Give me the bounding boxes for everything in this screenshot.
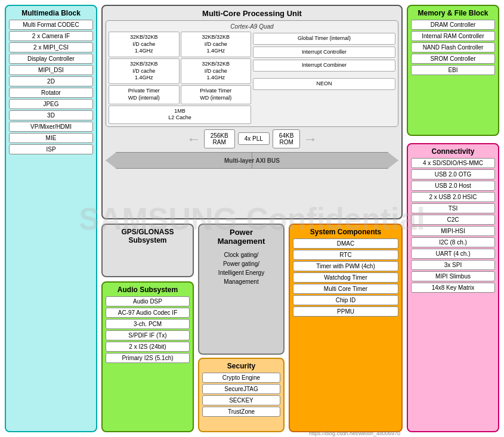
axi-bus-container: Multi-layer AXI BUS	[106, 151, 398, 170]
gps-title: GPS/GLONASSSubsystem	[106, 228, 190, 244]
url-watermark: https://blog.csdn.net/weixin_48006970	[307, 430, 403, 437]
security-block: Security Crypto Engine SecureJTAG SECKEY…	[198, 358, 285, 432]
interrupt-controller: Interrupt Controller	[253, 47, 395, 58]
connectivity-item: USB 2.0 Host	[411, 181, 495, 191]
multimedia-title: Multimedia Block	[9, 9, 93, 17]
connectivity-item: I2C (8 ch.)	[411, 237, 495, 247]
memory-item: SROM Controller	[411, 54, 495, 64]
interrupt-combiner: Interrupt Combiner	[253, 60, 395, 72]
axi-bus-label: Multi-layer AXI BUS	[224, 157, 280, 163]
system-item: Watchdog Timer	[293, 272, 398, 283]
connectivity-item: MIPI-HSI	[411, 226, 495, 236]
multimedia-item: VP/Mixer/HDMI	[9, 122, 93, 132]
core-cell: 32KB/32KBI/D cache1.4GHz	[109, 58, 180, 84]
timer-cell: Private TimerWD (internal)	[109, 85, 180, 104]
memory-item: DRAM Controller	[411, 20, 495, 30]
system-item: RTC	[293, 250, 398, 260]
connectivity-item: TSI	[411, 203, 495, 213]
multimedia-item: MIE	[9, 133, 93, 143]
security-item: SecureJTAG	[202, 384, 280, 394]
connectivity-item: 2 x USB 2.0 HSIC	[411, 192, 495, 202]
audio-item: Primary I2S (5.1ch)	[106, 353, 190, 363]
connectivity-block: Connectivity 4 x SD/SDIO/HS-MMC USB 2.0 …	[407, 143, 499, 432]
security-item: SECKEY	[202, 395, 280, 405]
multimedia-item: MIPI_DSI	[9, 65, 93, 75]
connectivity-item: MIPI Slimbus	[411, 271, 495, 281]
core-cell: 32KB/32KBI/D cache1.4GHz	[109, 32, 180, 57]
multimedia-item: Rotator	[9, 88, 93, 98]
security-title: Security	[202, 362, 280, 370]
power-title: PowerManagement	[202, 228, 280, 246]
memory-item: Internal RAM Controller	[411, 31, 495, 41]
multimedia-item: 2D	[9, 76, 93, 86]
multimedia-item: Display Controller	[9, 54, 93, 64]
connectivity-title: Connectivity	[411, 147, 495, 156]
processing-block: Multi-Core Processing Unit Cortex-A9 Qua…	[101, 5, 403, 219]
memory-item: EBI	[411, 65, 495, 75]
system-item: Timer with PWM (4ch)	[293, 261, 398, 271]
cortex-wrapper: Cortex-A9 Quad 32KB/32KBI/D cache1.4GHz …	[106, 20, 398, 127]
global-timer: Global Timer (internal)	[253, 33, 395, 45]
system-item: Multi Core Timer	[293, 284, 398, 294]
processing-title: Multi-Core Processing Unit	[106, 9, 398, 18]
audio-item: 2 x I2S (24bit)	[106, 342, 190, 352]
multimedia-item: ISP	[9, 144, 93, 154]
rom-box: 64KBROM	[273, 129, 300, 148]
multimedia-item: 2 x Camera IF	[9, 31, 93, 41]
audio-item: AC-97 Audio Codec IF	[106, 308, 190, 318]
connectivity-item: UART (4 ch.)	[411, 249, 495, 259]
audio-block: Audio Subsystem Audio DSP AC-97 Audio Co…	[101, 281, 194, 432]
arrow-right-icon: →	[303, 131, 317, 147]
connectivity-item: USB 2.0 OTG	[411, 169, 495, 179]
system-item: DMAC	[293, 238, 398, 249]
connectivity-item: 3x SPI	[411, 260, 495, 270]
multimedia-block: Multimedia Block Multi Format CODEC 2 x …	[5, 5, 97, 432]
arrow-left-icon: ←	[187, 131, 201, 147]
connectivity-item: 4 x SD/SDIO/HS-MMC	[411, 158, 495, 168]
core-cell: 32KB/32KBI/D cache1.4GHz	[181, 58, 252, 84]
cores-right: Global Timer (internal) Interrupt Contro…	[253, 32, 395, 124]
memory-block: Memory & File Block DRAM Controller Inte…	[407, 5, 499, 136]
gps-block: GPS/GLONASSSubsystem	[101, 224, 194, 277]
neon: NEON	[253, 78, 395, 90]
audio-item: S/PDIF IF (Tx)	[106, 330, 190, 340]
system-block: System Components DMAC RTC Timer with PW…	[289, 224, 403, 432]
multimedia-item: 2 x MIPI_CSI	[9, 42, 93, 52]
audio-title: Audio Subsystem	[106, 286, 190, 294]
ram-box: 256KBRAM	[204, 129, 235, 148]
security-item: Crypto Engine	[202, 373, 280, 383]
security-item: TrustZone	[202, 407, 280, 417]
timer-cell: Private TimerWD (internal)	[181, 85, 252, 104]
power-block: PowerManagement Clock gating/Power gatin…	[198, 224, 285, 355]
multimedia-items: Multi Format CODEC 2 x Camera IF 2 x MIP…	[9, 20, 93, 154]
connectivity-item: 14x8 Key Matrix	[411, 283, 495, 293]
system-item: Chip ID	[293, 295, 398, 305]
page: SAMSUNG Confidential Multimedia Block Mu…	[0, 0, 504, 437]
core-grid: 32KB/32KBI/D cache1.4GHz 32KB/32KBI/D ca…	[109, 32, 251, 84]
cortex-label: Cortex-A9 Quad	[109, 23, 395, 30]
multimedia-item: JPEG	[9, 99, 93, 109]
audio-item: 3-ch. PCM	[106, 319, 190, 329]
l2-cache: 1MBL2 Cache	[109, 106, 251, 124]
memory-item: NAND Flash Controller	[411, 42, 495, 52]
core-cell: 32KB/32KBI/D cache1.4GHz	[181, 32, 252, 57]
multimedia-item: 3D	[9, 110, 93, 120]
audio-item: Audio DSP	[106, 296, 190, 306]
cores-left: 32KB/32KBI/D cache1.4GHz 32KB/32KBI/D ca…	[109, 32, 251, 124]
memory-title: Memory & File Block	[411, 9, 495, 17]
connectivity-item: C2C	[411, 215, 495, 225]
multimedia-item: Multi Format CODEC	[9, 20, 93, 30]
axi-components-row: ← 256KBRAM 4x PLL 64KBROM →	[106, 129, 398, 148]
pll-box: 4x PLL	[238, 132, 270, 145]
system-title: System Components	[293, 228, 398, 236]
power-description: Clock gating/Power gating/Intelligent En…	[202, 250, 280, 286]
system-item: PPMU	[293, 306, 398, 317]
timer-grid: Private TimerWD (internal) Private Timer…	[109, 85, 251, 104]
